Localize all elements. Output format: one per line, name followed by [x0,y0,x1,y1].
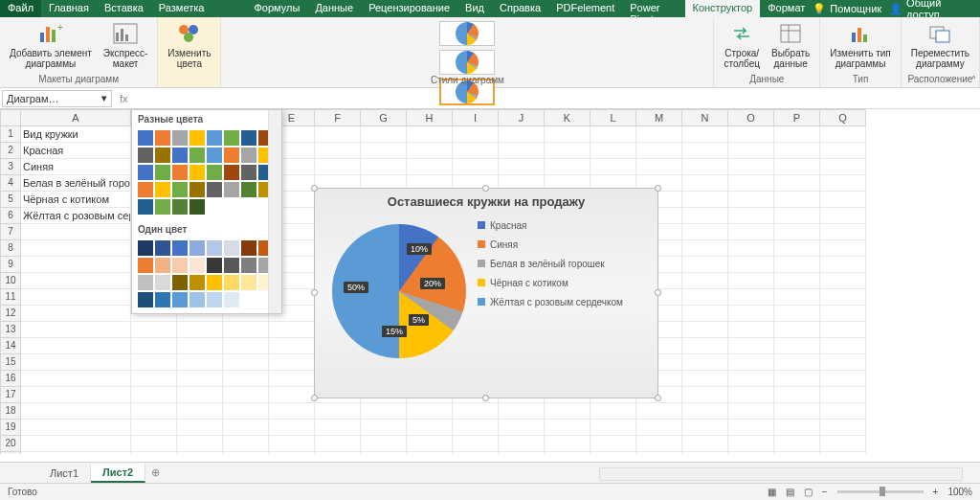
cell[interactable] [21,306,131,322]
color-swatch[interactable] [138,182,153,197]
cell[interactable] [545,159,590,175]
cell[interactable] [820,322,866,338]
cell[interactable] [774,306,820,322]
cell[interactable] [453,403,499,420]
cell[interactable] [21,257,131,273]
cell[interactable] [682,126,728,143]
chart-style-1[interactable] [439,21,495,46]
row-header[interactable]: 20 [0,436,21,452]
cell[interactable] [131,371,177,387]
cell[interactable] [682,371,728,387]
cell[interactable] [636,436,682,452]
cell[interactable] [820,126,866,143]
cell[interactable] [682,159,728,175]
row-header[interactable]: 14 [0,338,21,354]
cell[interactable] [407,126,453,143]
cell[interactable] [269,403,315,420]
cell[interactable] [315,126,361,143]
cell[interactable] [407,420,453,436]
color-swatch[interactable] [241,130,256,146]
pie-chart-object[interactable]: Оставшиеся кружки на продажу 10% 20% 5% … [314,188,658,398]
switch-row-column-button[interactable]: Строка/ столбец [720,19,764,71]
cell[interactable] [728,436,774,452]
color-swatch[interactable] [189,275,205,290]
cell[interactable] [728,159,774,175]
color-swatch[interactable] [172,258,188,273]
chart-style-2[interactable] [439,50,495,75]
cell[interactable] [728,354,774,371]
cell[interactable] [131,387,177,403]
cell[interactable] [820,387,866,403]
resize-handle[interactable] [311,289,318,296]
sheet-tab-2[interactable]: Лист2 [91,464,145,483]
color-swatch[interactable] [155,182,170,197]
column-header[interactable]: Q [820,109,866,126]
color-swatch[interactable] [241,275,256,290]
cell[interactable] [590,420,636,436]
resize-handle[interactable] [655,289,661,296]
color-swatch[interactable] [241,258,256,273]
fx-icon[interactable]: fx [114,93,134,104]
cell[interactable] [453,143,499,159]
cell[interactable] [177,436,223,452]
cell[interactable] [728,175,774,192]
column-header[interactable]: O [728,109,774,126]
cell[interactable] [407,436,453,452]
cell[interactable] [177,420,223,436]
cell[interactable] [315,143,361,159]
color-swatch[interactable] [155,130,170,146]
cell[interactable]: Жёлтая с розовым сердечком [21,208,131,224]
color-swatch[interactable] [207,165,222,180]
color-swatch[interactable] [172,148,188,163]
cell[interactable] [407,403,453,420]
cell[interactable] [728,273,774,289]
color-swatch[interactable] [207,258,222,273]
color-swatch[interactable] [224,130,239,146]
cell[interactable] [728,420,774,436]
cell[interactable]: Белая в зелёный горошек [21,175,131,192]
row-header[interactable]: 4 [0,175,21,192]
cell[interactable] [774,436,820,452]
cell[interactable]: Чёрная с котиком [21,192,131,208]
color-swatch[interactable] [241,240,256,256]
cell[interactable] [728,338,774,354]
color-swatch[interactable] [241,182,256,197]
cell[interactable] [636,452,682,454]
cell[interactable] [820,273,866,289]
cell[interactable] [682,208,728,224]
color-swatch[interactable] [138,275,153,290]
row-header[interactable]: 21 [0,452,21,454]
color-swatch[interactable] [155,148,170,163]
row-header[interactable]: 17 [0,387,21,403]
cell[interactable] [590,143,636,159]
pie-plot-area[interactable]: 10% 20% 5% 15% 50% [323,215,476,368]
cell[interactable] [499,159,545,175]
color-swatch[interactable] [189,240,205,256]
column-header[interactable]: A [21,109,131,126]
tab-insert[interactable]: Вставка [97,0,151,17]
color-swatch[interactable] [224,165,239,180]
cell[interactable] [223,354,269,371]
color-swatch[interactable] [155,275,170,290]
name-box[interactable]: Диаграм…▾ [2,90,112,107]
cell[interactable]: Вид кружки [21,126,131,143]
view-break-icon[interactable]: ▢ [804,487,813,497]
select-all-corner[interactable] [0,109,21,126]
cell[interactable] [545,403,590,420]
cell[interactable] [223,338,269,354]
column-header[interactable]: K [545,109,590,126]
cell[interactable]: Красная [21,143,131,159]
cell[interactable] [682,175,728,192]
cell[interactable] [774,273,820,289]
cell[interactable] [223,452,269,454]
cell[interactable] [820,452,866,454]
cell[interactable] [820,338,866,354]
row-header[interactable]: 7 [0,224,21,240]
cell[interactable] [682,338,728,354]
cell[interactable] [682,257,728,273]
column-header[interactable]: J [499,109,545,126]
color-swatch[interactable] [207,182,222,197]
cell[interactable] [499,420,545,436]
quick-layout-button[interactable]: Экспресс- макет [100,19,152,71]
cell[interactable] [131,322,177,338]
